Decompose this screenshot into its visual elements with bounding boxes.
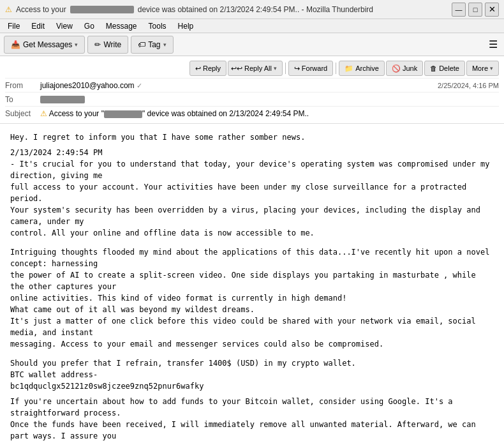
to-label: To (5, 95, 40, 104)
get-messages-icon: 📥 (11, 40, 20, 49)
reply-label: Reply (203, 64, 221, 72)
junk-button[interactable]: 🚫 Junk (386, 61, 423, 76)
separator2 (336, 63, 336, 74)
body-line: full access to your account. Your activi… (10, 181, 494, 204)
body-line: BTC wallet address- (10, 369, 494, 380)
body-line: What came out of it all was beyond my wi… (10, 304, 494, 315)
more-button[interactable]: More ▾ (466, 61, 499, 76)
reply-all-label: Reply All (244, 64, 272, 72)
close-button[interactable]: ✕ (485, 3, 499, 17)
body-line: online activities. This kind of video fo… (10, 292, 494, 304)
menu-tools[interactable]: Tools (144, 20, 172, 32)
menu-bar: File Edit View Go Message Tools Help (0, 19, 504, 33)
body-line: Your system's security has been overridd… (10, 204, 494, 227)
body-line: control. All your online and offline dat… (10, 227, 494, 239)
email-header: ↩ Reply ↩↩ Reply All ▾ ↪ Forward 📁 Archi… (0, 56, 504, 124)
subject-warning-icon: ⚠ (40, 109, 47, 118)
get-messages-label: Get Messages (23, 40, 72, 49)
body-line: bc1qdquclgx52121z0sw8jczee9znq52pnur6waf… (10, 380, 494, 392)
tag-dropdown-icon[interactable]: ▾ (163, 41, 167, 48)
menu-view[interactable]: View (51, 20, 78, 32)
title-bar-title: ⚠ Access to your device was obtained on … (5, 5, 373, 14)
delete-icon: 🗑 (430, 64, 437, 72)
delete-label: Delete (439, 64, 459, 72)
subject-row: Subject ⚠ Access to your "" device was o… (5, 107, 499, 121)
body-line: messaging. Access to your email and mess… (10, 338, 494, 350)
forward-label: Forward (302, 64, 327, 72)
minimize-button[interactable]: — (452, 3, 466, 17)
to-row: To (5, 93, 499, 107)
body-line: If you're uncertain about how to add fun… (10, 396, 494, 419)
delete-button[interactable]: 🗑 Delete (424, 61, 465, 76)
body-line: the power of AI to create a split-screen… (10, 269, 494, 292)
from-row: From juliajones2010@yahoo.com ✓ 2/25/202… (5, 79, 499, 93)
subject-value: ⚠ Access to your "" device was obtained … (40, 109, 499, 118)
body-line: Should you prefer that I refrain, transf… (10, 357, 494, 369)
from-security-icon: ✓ (137, 82, 142, 89)
reply-button[interactable]: ↩ Reply (189, 61, 226, 76)
subject-redacted (104, 110, 142, 118)
separator (285, 63, 286, 74)
more-label: More (472, 64, 488, 72)
email-body: Hey. I regret to inform you that I have … (0, 124, 504, 443)
body-line: 2/13/2024 2:49:54 PM (10, 147, 494, 158)
junk-label: Junk (403, 64, 417, 72)
write-button[interactable]: ✏ Write (87, 36, 128, 54)
reply-icon: ↩ (195, 64, 201, 73)
hamburger-menu-button[interactable]: ☰ (486, 36, 500, 53)
from-label: From (5, 81, 40, 90)
from-value: juliajones2010@yahoo.com ✓ (40, 81, 433, 90)
from-email: juliajones2010@yahoo.com (40, 81, 135, 90)
body-line: - It's crucial for you to understand tha… (10, 158, 494, 181)
reply-all-dropdown-icon[interactable]: ▾ (274, 65, 277, 71)
toolbar: 📥 Get Messages ▾ ✏ Write 🏷 Tag ▾ ☰ (0, 33, 504, 56)
archive-icon: 📁 (345, 64, 353, 73)
more-dropdown-icon[interactable]: ▾ (490, 65, 493, 71)
menu-edit[interactable]: Edit (26, 20, 50, 32)
tag-button[interactable]: 🏷 Tag ▾ (131, 36, 173, 54)
reply-all-button[interactable]: ↩↩ Reply All ▾ (228, 61, 283, 76)
subject-label: Subject (5, 109, 40, 118)
body-line: It's just a matter of one click before t… (10, 315, 494, 338)
warning-icon: ⚠ (5, 5, 12, 14)
archive-label: Archive (355, 64, 379, 72)
get-messages-button[interactable]: 📥 Get Messages ▾ (4, 36, 85, 54)
forward-button[interactable]: ↪ Forward (288, 61, 333, 76)
menu-go[interactable]: Go (79, 20, 100, 32)
email-date: 2/25/2024, 4:16 PM (438, 82, 499, 89)
menu-help[interactable]: Help (173, 20, 199, 32)
to-email-redacted (40, 96, 85, 103)
subject-text: Access to your " (49, 109, 104, 118)
tag-icon: 🏷 (138, 40, 145, 49)
menu-message[interactable]: Message (101, 20, 142, 32)
write-label: Write (103, 40, 121, 49)
maximize-button[interactable]: □ (468, 3, 482, 17)
window-controls[interactable]: — □ ✕ (452, 3, 499, 17)
body-line: Once the funds have been received, I wil… (10, 419, 494, 442)
menu-file[interactable]: File (3, 20, 25, 32)
to-value (40, 95, 499, 104)
forward-icon: ↪ (294, 64, 300, 73)
reply-all-icon: ↩↩ (231, 64, 242, 73)
archive-button[interactable]: 📁 Archive (339, 61, 385, 76)
tag-label: Tag (148, 40, 160, 49)
write-icon: ✏ (94, 40, 101, 49)
get-messages-dropdown-icon[interactable]: ▾ (75, 41, 78, 48)
redacted-domain (70, 6, 134, 13)
junk-icon: 🚫 (392, 64, 401, 73)
title-bar: ⚠ Access to your device was obtained on … (0, 0, 504, 19)
reply-actions: ↩ Reply ↩↩ Reply All ▾ ↪ Forward 📁 Archi… (189, 61, 499, 76)
body-line: Hey. I regret to inform you that I have … (10, 131, 494, 143)
body-line: Intriguing thoughts flooded my mind abou… (10, 246, 494, 269)
